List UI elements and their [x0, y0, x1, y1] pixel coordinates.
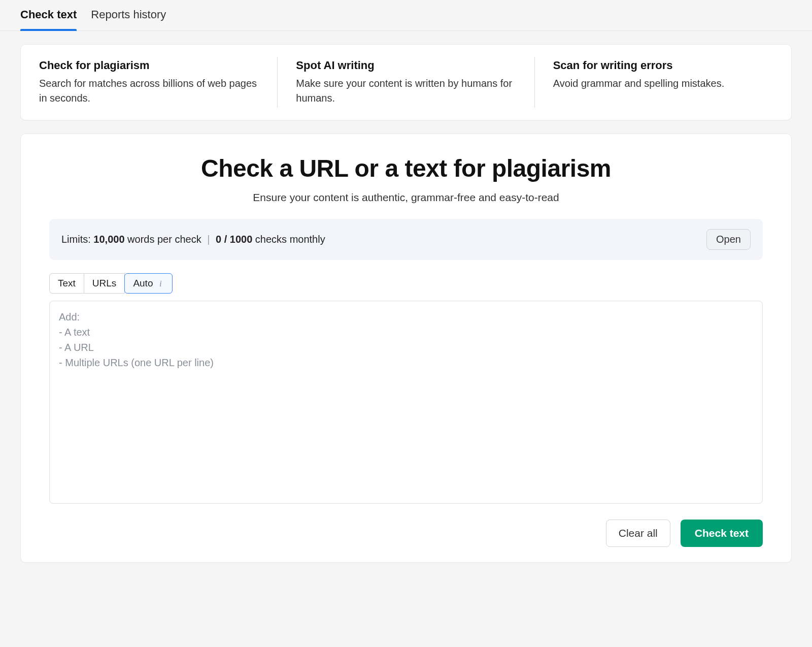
- content-input[interactable]: [49, 301, 763, 504]
- limits-checks-used: 0 / 1000: [216, 234, 252, 245]
- mode-tab-label: Auto: [133, 278, 153, 289]
- mode-tab-auto[interactable]: Auto i: [124, 273, 173, 294]
- check-text-button[interactable]: Check text: [681, 520, 763, 547]
- clear-all-button[interactable]: Clear all: [606, 520, 670, 547]
- feature-title: Spot AI writing: [296, 59, 516, 72]
- mode-tab-text[interactable]: Text: [49, 273, 84, 294]
- limits-row: Limits: 10,000 words per check | 0 / 100…: [49, 219, 763, 260]
- feature-desc: Avoid grammar and spelling mistakes.: [553, 76, 773, 91]
- limits-text: Limits: 10,000 words per check | 0 / 100…: [61, 234, 325, 245]
- top-tabs: Check text Reports history: [0, 0, 812, 31]
- feature-desc: Search for matches across billions of we…: [39, 76, 259, 106]
- tab-reports-history[interactable]: Reports history: [91, 0, 166, 30]
- feature-plagiarism: Check for plagiarism Search for matches …: [21, 57, 277, 108]
- feature-title: Check for plagiarism: [39, 59, 259, 72]
- limits-words-suffix: words per check: [125, 234, 201, 245]
- feature-writing-errors: Scan for writing errors Avoid grammar an…: [534, 57, 791, 108]
- input-mode-tabs: Text URLs Auto i: [49, 273, 173, 294]
- main-card: Check a URL or a text for plagiarism Ens…: [20, 134, 792, 563]
- mode-tab-label: Text: [58, 278, 76, 289]
- action-row: Clear all Check text: [49, 520, 763, 547]
- open-limits-button[interactable]: Open: [706, 229, 751, 250]
- limits-divider: |: [205, 234, 213, 245]
- tab-check-text[interactable]: Check text: [20, 0, 77, 30]
- limits-prefix: Limits:: [61, 234, 93, 245]
- mode-tab-label: URLs: [92, 278, 117, 289]
- info-icon[interactable]: i: [157, 279, 164, 288]
- limits-checks-suffix: checks monthly: [252, 234, 325, 245]
- features-card: Check for plagiarism Search for matches …: [20, 44, 792, 120]
- mode-tab-urls[interactable]: URLs: [84, 273, 125, 294]
- feature-title: Scan for writing errors: [553, 59, 773, 72]
- feature-ai-writing: Spot AI writing Make sure your content i…: [277, 57, 534, 108]
- page-title: Check a URL or a text for plagiarism: [49, 154, 763, 182]
- limits-words-count: 10,000: [93, 234, 124, 245]
- feature-desc: Make sure your content is written by hum…: [296, 76, 516, 106]
- page-subtitle: Ensure your content is authentic, gramma…: [49, 191, 763, 204]
